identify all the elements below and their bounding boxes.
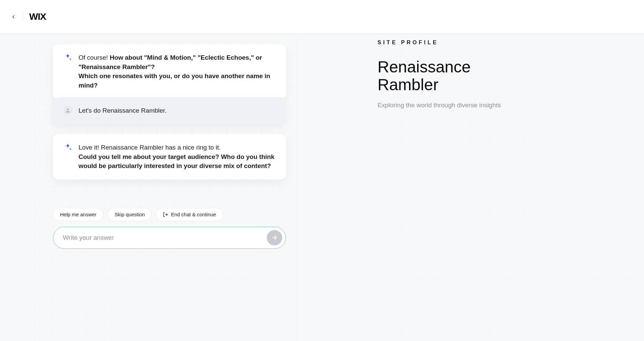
user-avatar-icon	[63, 106, 72, 115]
end-chat-chip[interactable]: End chat & continue	[156, 208, 223, 221]
ai1-intro: Of course!	[79, 54, 110, 61]
help-me-answer-chip[interactable]: Help me answer	[53, 208, 103, 221]
site-profile-title: Renaissance Rambler	[378, 58, 518, 94]
ai2-intro: Love it! Renaissance Rambler has a nice …	[79, 144, 221, 151]
send-button[interactable]	[267, 230, 282, 245]
site-profile-tagline: Exploring the world through diverse insi…	[378, 101, 518, 110]
end-chat-chip-label: End chat & continue	[171, 212, 216, 217]
user-message-1: Let's do Renaissance Rambler.	[53, 97, 286, 124]
ai-message-1: Of course! How about "Mind & Motion," "E…	[53, 44, 286, 99]
quick-action-chips: Help me answer Skip question End chat & …	[53, 208, 223, 221]
user-message-1-body: Let's do Renaissance Rambler.	[79, 106, 166, 115]
svg-point-0	[67, 108, 69, 110]
chevron-left-icon	[11, 14, 16, 19]
header-divider	[23, 12, 23, 21]
sparkle-icon	[63, 143, 72, 153]
ai1-bold2: Which one resonates with you, or do you …	[79, 72, 270, 89]
ai-message-1-body: Of course! How about "Mind & Motion," "E…	[79, 53, 276, 90]
site-profile-label: SITE PROFILE	[378, 40, 518, 46]
ai-message-2: Love it! Renaissance Rambler has a nice …	[53, 134, 286, 179]
arrow-right-icon	[271, 234, 278, 241]
answer-input[interactable]	[63, 234, 267, 241]
ai-message-2-body: Love it! Renaissance Rambler has a nice …	[79, 143, 276, 171]
back-button[interactable]	[8, 11, 19, 22]
top-header: WIX	[0, 0, 644, 34]
wix-logo: WIX	[29, 11, 46, 22]
answer-input-wrap	[53, 227, 286, 249]
exit-icon	[163, 212, 168, 217]
skip-question-chip[interactable]: Skip question	[107, 208, 152, 221]
site-profile-panel: SITE PROFILE Renaissance Rambler Explori…	[378, 40, 518, 110]
ai2-bold: Could you tell me about your target audi…	[79, 153, 275, 170]
sparkle-icon	[63, 53, 72, 63]
